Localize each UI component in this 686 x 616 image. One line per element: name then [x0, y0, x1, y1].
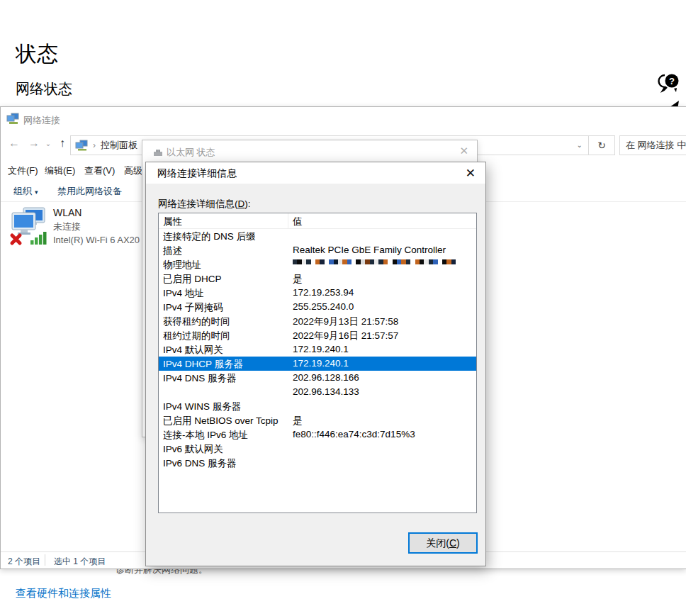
organize-button[interactable]: 组织▾ — [13, 185, 38, 198]
row-value: 202.96.134.133 — [288, 385, 476, 399]
row-property: IPv4 地址 — [159, 286, 288, 300]
row-value: 172.19.240.1 — [288, 357, 476, 371]
get-help-icon[interactable]: ? — [655, 71, 682, 95]
view-hardware-properties-link[interactable]: 查看硬件和连接属性 — [16, 587, 111, 600]
breadcrumb-icon — [75, 140, 88, 151]
column-property[interactable]: 属性 — [159, 213, 288, 228]
details-row[interactable]: 获得租约的时间2022年9月13日 21:57:58 — [159, 314, 476, 328]
details-row[interactable]: IPv4 地址172.19.253.94 — [159, 286, 476, 300]
close-icon[interactable]: ✕ — [466, 166, 476, 181]
window-title: 网络连接 — [23, 114, 60, 127]
row-value — [288, 399, 476, 413]
details-row[interactable]: 已启用 NetBIOS over Tcpip是 — [159, 413, 476, 427]
details-row[interactable]: 描述Realtek PCIe GbE Family Controller — [159, 243, 476, 257]
row-property: IPv4 DNS 服务器 — [159, 371, 288, 385]
row-property: IPv4 DHCP 服务器 — [159, 357, 288, 371]
up-button[interactable]: ↑ — [55, 137, 70, 150]
listview-header[interactable]: 属性 值 — [159, 213, 476, 229]
items-count: 2 个项目 — [8, 556, 40, 568]
details-list-rows: 连接特定的 DNS 后缀描述Realtek PCIe GbE Family Co… — [159, 229, 476, 470]
row-value: 172.19.240.1 — [288, 342, 476, 357]
page-title: 状态 — [16, 40, 58, 69]
details-row[interactable]: IPv6 默认网关 — [159, 442, 476, 456]
row-property: 已启用 DHCP — [159, 271, 288, 286]
dialog-title: 网络连接详细信息 — [157, 167, 237, 180]
menu-file[interactable]: 文件(F) — [8, 164, 38, 177]
row-value: 2022年9月16日 21:57:57 — [288, 328, 476, 342]
row-value: 172.19.253.94 — [288, 286, 476, 300]
row-value: 是 — [288, 271, 476, 286]
selected-count: 选中 1 个项目 — [54, 556, 106, 568]
connection-details-dialog[interactable]: 网络连接详细信息 ✕ 网络连接详细信息(D): 属性 值 连接特定的 DNS 后… — [145, 162, 486, 566]
row-property: 连接-本地 IPv6 地址 — [159, 427, 288, 442]
dialog-titlebar[interactable]: 网络连接详细信息 ✕ — [146, 162, 485, 184]
close-icon[interactable]: ✕ — [459, 145, 468, 157]
details-row[interactable]: IPv4 子网掩码255.255.240.0 — [159, 300, 476, 314]
svg-text:?: ? — [669, 76, 675, 86]
ethernet-plug-icon — [152, 148, 164, 157]
wlan-status: 未连接 — [53, 220, 140, 233]
window-titlebar[interactable]: 网络连接 — [1, 107, 686, 133]
breadcrumb-control-panel[interactable]: 控制面板 — [101, 139, 137, 152]
search-input[interactable]: 在 网络连接 中搜索 — [619, 135, 686, 155]
close-button[interactable]: 关闭(C) — [408, 532, 478, 554]
row-property: IPv6 DNS 服务器 — [159, 456, 288, 470]
chevron-down-icon: ▾ — [35, 189, 38, 196]
network-connections-icon — [6, 113, 19, 125]
row-property: 连接特定的 DNS 后缀 — [159, 229, 288, 243]
details-row[interactable]: IPv4 默认网关172.19.240.1 — [159, 342, 476, 357]
physical-address-redacted — [293, 259, 476, 269]
row-value: 255.255.240.0 — [288, 300, 476, 314]
row-property: IPv4 WINS 服务器 — [159, 399, 288, 413]
row-property: 租约过期的时间 — [159, 328, 288, 342]
menu-view[interactable]: 查看(V) — [84, 164, 115, 177]
row-value: 2022年9月13日 21:57:58 — [288, 314, 476, 328]
row-property: IPv4 子网掩码 — [159, 300, 288, 314]
screen: 状态 网络状态 ? 诊断并解决网络问题。 查看硬件和连接属性 网络连接 — [0, 0, 686, 616]
section-title: 网络状态 — [16, 79, 72, 99]
row-value: 是 — [288, 413, 476, 427]
back-button[interactable]: ← — [6, 137, 22, 150]
status-divider — [45, 554, 45, 566]
row-value — [288, 229, 476, 243]
forward-button[interactable]: → — [26, 137, 42, 150]
ethernet-dialog-title: 以太网 状态 — [167, 146, 215, 159]
details-row[interactable]: IPv4 WINS 服务器 — [159, 399, 476, 413]
history-dropdown-icon[interactable]: ⌄ — [43, 140, 53, 147]
details-listview[interactable]: 属性 值 连接特定的 DNS 后缀描述Realtek PCIe GbE Fami… — [158, 213, 477, 513]
row-property: 已启用 NetBIOS over Tcpip — [159, 413, 288, 427]
details-row[interactable]: 物理地址 — [159, 257, 476, 271]
row-value — [288, 442, 476, 456]
row-value: 202.96.128.166 — [288, 371, 476, 385]
row-value — [288, 456, 476, 470]
details-list-label: 网络连接详细信息(D): — [158, 198, 251, 211]
details-row[interactable]: IPv6 DNS 服务器 — [159, 456, 476, 470]
row-value: Realtek PCIe GbE Family Controller — [288, 243, 476, 257]
row-property — [159, 385, 288, 399]
wlan-adapter: Intel(R) Wi-Fi 6 AX20 — [53, 233, 140, 247]
details-row[interactable]: IPv4 DNS 服务器202.96.128.166 — [159, 371, 476, 385]
row-property: 描述 — [159, 243, 288, 257]
breadcrumb-separator: › — [93, 140, 96, 150]
row-value: fe80::f446:ea74:c3d:7d15%3 — [288, 427, 476, 442]
menu-edit[interactable]: 编辑(E) — [45, 164, 75, 177]
wlan-name: WLAN — [53, 206, 140, 220]
column-value[interactable]: 值 — [288, 213, 476, 228]
row-property: IPv4 默认网关 — [159, 342, 288, 357]
details-row[interactable]: 已启用 DHCP是 — [159, 271, 476, 286]
details-row[interactable]: 202.96.134.133 — [159, 385, 476, 399]
disable-device-button[interactable]: 禁用此网络设备 — [57, 185, 122, 198]
address-dropdown-icon[interactable]: ⌄ — [577, 141, 583, 149]
details-row[interactable]: 连接特定的 DNS 后缀 — [159, 229, 476, 243]
details-row[interactable]: IPv4 DHCP 服务器172.19.240.1 — [159, 357, 476, 371]
row-property: IPv6 默认网关 — [159, 442, 288, 456]
details-row[interactable]: 连接-本地 IPv6 地址fe80::f446:ea74:c3d:7d15%3 — [159, 427, 476, 442]
refresh-button[interactable]: ↻ — [589, 135, 615, 155]
details-row[interactable]: 租约过期的时间2022年9月16日 21:57:57 — [159, 328, 476, 342]
row-property: 物理地址 — [159, 257, 288, 271]
row-property: 获得租约的时间 — [159, 314, 288, 328]
